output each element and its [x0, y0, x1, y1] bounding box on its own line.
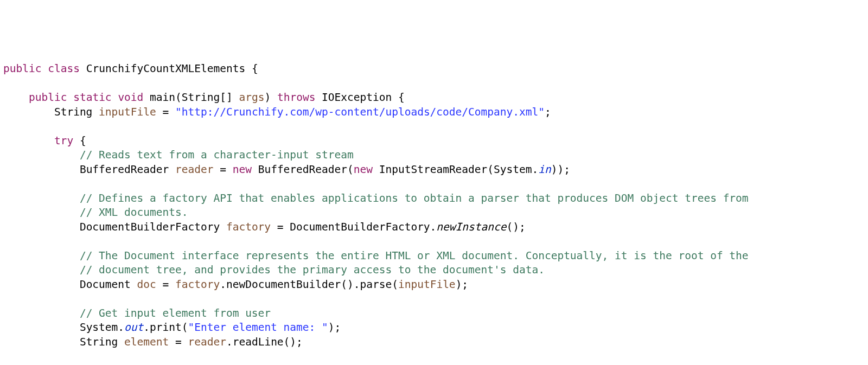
keyword-void: void — [118, 91, 143, 104]
ref-reader: reader — [188, 336, 226, 348]
var-element: element — [124, 336, 169, 348]
code-line: BufferedReader reader = new BufferedRead… — [3, 163, 570, 176]
code-line: // Get input element from user — [3, 307, 271, 319]
code-line: // Defines a factory API that enables ap… — [3, 192, 749, 204]
var-reader: reader — [175, 163, 213, 176]
indent — [3, 249, 80, 262]
indent — [3, 106, 54, 118]
var-inputfile: inputFile — [99, 106, 156, 118]
string-literal: "http://Crunchify.com/wp-content/uploads… — [175, 106, 545, 118]
comment: // Defines a factory API that enables ap… — [80, 192, 749, 204]
code-line: // document tree, and provides the prima… — [3, 264, 545, 276]
comment: // XML documents. — [80, 206, 188, 219]
type: DocumentBuilderFactory — [80, 221, 226, 233]
indent — [3, 163, 80, 176]
code-line: public static void main(String[] args) t… — [3, 91, 405, 104]
code-line: // The Document interface represents the… — [3, 249, 749, 262]
assign: = DocumentBuilderFactory. — [271, 221, 436, 233]
code-line: Document doc = factory.newDocumentBuilde… — [3, 278, 468, 291]
code-line: String inputFile = "http://Crunchify.com… — [3, 106, 551, 118]
keyword-static: static — [73, 91, 111, 104]
keyword-try: try — [54, 135, 73, 147]
var-doc: doc — [137, 278, 156, 291]
indent — [3, 135, 54, 147]
semicolon: ; — [545, 106, 551, 118]
string-literal: "Enter element name: " — [188, 321, 328, 334]
method-readline: .readLine(); — [226, 336, 303, 348]
type: String — [80, 336, 124, 348]
type: String — [54, 106, 99, 118]
params-close: ) — [264, 91, 271, 104]
keyword-new: new — [233, 163, 252, 176]
indent — [3, 264, 80, 276]
brace: { — [245, 62, 258, 75]
assign: = — [213, 163, 232, 176]
keyword-throws: throws — [271, 91, 315, 104]
keyword-new: new — [354, 163, 373, 176]
exception-type: IOException { — [315, 91, 404, 104]
indent — [3, 206, 80, 219]
assign: = — [156, 106, 175, 118]
close-paren: (); — [507, 221, 526, 233]
method-print: .print( — [143, 321, 188, 334]
close-paren: ); — [328, 321, 341, 334]
assign: = — [169, 336, 188, 348]
comment: // Get input element from user — [80, 307, 271, 319]
close-paren: )); — [551, 163, 570, 176]
comment: // The Document interface represents the… — [80, 249, 749, 262]
code-line: // Reads text from a character-input str… — [3, 149, 354, 161]
ctor: BufferedReader( — [252, 163, 354, 176]
method-name: main — [150, 91, 175, 104]
assign: = — [156, 278, 175, 291]
static-field-out: out — [124, 321, 143, 334]
indent — [3, 149, 80, 161]
call-chain: System. — [80, 321, 124, 334]
keyword-public: public — [3, 62, 41, 75]
ref-inputfile: inputFile — [398, 278, 456, 291]
close-paren: ); — [456, 278, 468, 291]
code-line: public class CrunchifyCountXMLElements { — [3, 62, 258, 75]
comment: // Reads text from a character-input str… — [80, 149, 354, 161]
params-open: (String[] — [175, 91, 239, 104]
brace: { — [73, 135, 86, 147]
ref-factory: factory — [175, 278, 220, 291]
indent — [3, 307, 80, 319]
code-line: String element = reader.readLine(); — [3, 336, 303, 348]
indent — [3, 221, 80, 233]
code-line: // XML documents. — [3, 206, 188, 219]
indent — [3, 192, 80, 204]
keyword-class: class — [48, 62, 80, 75]
ctor: InputStreamReader(System. — [373, 163, 538, 176]
code-block: public class CrunchifyCountXMLElements {… — [3, 62, 868, 365]
call-chain: .newDocumentBuilder().parse( — [220, 278, 398, 291]
indent — [3, 278, 80, 291]
static-field-in: in — [538, 163, 551, 176]
indent — [3, 321, 80, 334]
var-factory: factory — [226, 221, 271, 233]
code-line: DocumentBuilderFactory factory = Documen… — [3, 221, 526, 233]
keyword-public: public — [29, 91, 67, 104]
code-line: try { — [3, 135, 86, 147]
indent — [3, 91, 29, 104]
static-call-newinstance: newInstance — [436, 221, 506, 233]
type: BufferedReader — [80, 163, 175, 176]
indent — [3, 336, 80, 348]
type: Document — [80, 278, 137, 291]
param-args: args — [239, 91, 264, 104]
code-line: System.out.print("Enter element name: ")… — [3, 321, 341, 334]
class-name: CrunchifyCountXMLElements — [86, 62, 246, 75]
comment: // document tree, and provides the prima… — [80, 264, 545, 276]
